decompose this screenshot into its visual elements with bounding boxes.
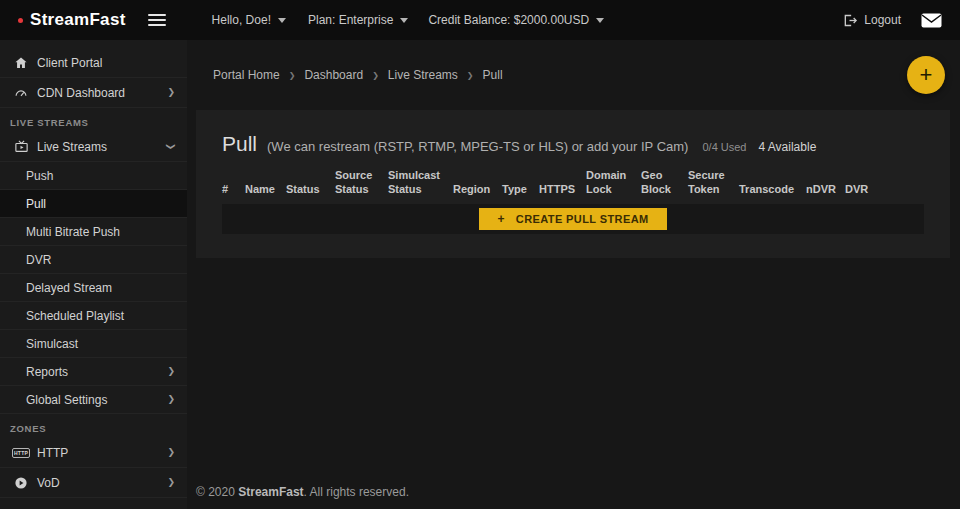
logo-text: StreamFast: [30, 10, 126, 30]
page-title: Pull: [222, 132, 257, 156]
chevron-right-icon: ❯: [167, 448, 175, 457]
sidebar-item-label: Global Settings: [26, 393, 107, 407]
chevron-right-icon: ❯: [167, 478, 175, 487]
col-ndvr: nDVR: [806, 183, 836, 197]
chevron-right-icon: ❯: [167, 395, 175, 404]
breadcrumb-current: Pull: [483, 68, 503, 82]
chevron-right-icon: ❯: [167, 88, 175, 97]
sidebar-item-label: CDN Dashboard: [37, 86, 125, 100]
sidebar-item-global-settings[interactable]: Global Settings ❯: [0, 386, 187, 414]
sidebar-item-label: Live Streams: [37, 140, 107, 154]
sidebar-item-client-portal[interactable]: Client Portal: [0, 48, 187, 78]
footer-brand: StreamFast: [238, 485, 303, 499]
sidebar-item-label: DVR: [26, 253, 51, 267]
sidebar-item-pull[interactable]: Pull: [0, 190, 187, 218]
chevron-down-icon: ❯: [167, 143, 176, 151]
sidebar-item-label: Client Portal: [37, 56, 102, 70]
play-circle-icon: [12, 476, 30, 490]
col-transcode: Transcode: [739, 183, 797, 197]
main-content: Portal Home ❯ Dashboard ❯ Live Streams ❯…: [187, 40, 960, 509]
pull-streams-card: Pull (We can restream (RSTP, RTMP, MPEG-…: [196, 110, 950, 258]
app-logo[interactable]: StreamFast: [18, 10, 126, 30]
breadcrumb-portal-home[interactable]: Portal Home: [213, 68, 280, 82]
chevron-right-icon: ❯: [167, 367, 175, 376]
col-geo-block: Geo Block: [641, 169, 679, 197]
page-subtitle: (We can restream (RSTP, RTMP, MPEG-TS or…: [267, 139, 688, 154]
sidebar-item-label: Reports: [26, 365, 68, 379]
chevron-right-icon: ❯: [467, 71, 474, 80]
usage-used: 0/4 Used: [702, 141, 746, 153]
sidebar-item-label: Delayed Stream: [26, 281, 112, 295]
col-source-status: Source Status: [335, 169, 379, 197]
breadcrumb: Portal Home ❯ Dashboard ❯ Live Streams ❯…: [213, 68, 503, 82]
caret-down-icon: [596, 18, 604, 23]
chevron-right-icon: ❯: [372, 71, 379, 80]
table-header-row: # Name Status Source Status Simulcast St…: [222, 169, 924, 197]
sidebar-item-label: HTTP: [37, 446, 68, 460]
menu-toggle-icon[interactable]: [148, 14, 166, 26]
logout-icon: [842, 13, 857, 28]
create-pull-stream-button[interactable]: + CREATE PULL STREAM: [479, 208, 666, 230]
sidebar-item-delayed-stream[interactable]: Delayed Stream: [0, 274, 187, 302]
credit-balance-label: Credit Balance: $2000.00USD: [428, 13, 589, 27]
chevron-right-icon: ❯: [289, 71, 296, 80]
sidebar-item-http[interactable]: HTTP HTTP ❯: [0, 438, 187, 468]
col-type: Type: [502, 183, 530, 197]
usage-available: 4 Available: [758, 140, 816, 154]
sidebar-item-simulcast[interactable]: Simulcast: [0, 330, 187, 358]
footer-copyright: © 2020 StreamFast. All rights reserved.: [196, 485, 409, 499]
breadcrumb-dashboard[interactable]: Dashboard: [304, 68, 363, 82]
mail-icon[interactable]: [921, 13, 942, 28]
logout-button[interactable]: Logout: [842, 13, 901, 28]
live-tv-icon: [12, 139, 30, 154]
add-stream-fab[interactable]: +: [907, 56, 945, 94]
col-number: #: [222, 183, 236, 197]
col-status: Status: [286, 183, 326, 197]
sidebar-item-scheduled-playlist[interactable]: Scheduled Playlist: [0, 302, 187, 330]
col-region: Region: [453, 183, 493, 197]
credit-balance-menu[interactable]: Credit Balance: $2000.00USD: [428, 13, 604, 27]
sidebar-item-push[interactable]: Push: [0, 162, 187, 190]
caret-down-icon: [400, 18, 408, 23]
col-simulcast-status: Simulcast Status: [388, 169, 444, 197]
breadcrumb-live-streams[interactable]: Live Streams: [388, 68, 458, 82]
sidebar-item-reports[interactable]: Reports ❯: [0, 358, 187, 386]
logout-label: Logout: [864, 13, 901, 27]
col-name: Name: [245, 183, 277, 197]
plan-menu[interactable]: Plan: Enterprise: [308, 13, 408, 27]
sidebar-item-label: Simulcast: [26, 337, 78, 351]
col-domain-lock: Domain Lock: [586, 169, 632, 197]
sidebar-section-transcoding: TRANSCODING: [0, 498, 187, 509]
sidebar-item-dvr[interactable]: DVR: [0, 246, 187, 274]
sidebar-section-zones: ZONES: [0, 414, 187, 438]
plus-icon: +: [497, 212, 504, 226]
sidebar-item-multi-bitrate-push[interactable]: Multi Bitrate Push: [0, 218, 187, 246]
plus-icon: +: [920, 62, 933, 88]
footer-suffix: . All rights reserved.: [304, 485, 409, 499]
col-dvr: DVR: [845, 183, 873, 197]
sidebar-section-live-streams: LIVE STREAMS: [0, 108, 187, 132]
sidebar-item-label: VoD: [37, 476, 60, 490]
empty-table-row: + CREATE PULL STREAM: [222, 204, 924, 234]
sidebar: Client Portal CDN Dashboard ❯ LIVE STREA…: [0, 40, 187, 509]
logo-dot-icon: [18, 18, 23, 23]
sidebar-item-label: Scheduled Playlist: [26, 309, 124, 323]
footer-prefix: © 2020: [196, 485, 238, 499]
home-icon: [12, 56, 30, 70]
speedometer-icon: [12, 86, 30, 100]
caret-down-icon: [278, 18, 286, 23]
plan-label: Plan: Enterprise: [308, 13, 393, 27]
user-greeting: Hello, Doe!: [212, 13, 271, 27]
col-https: HTTPS: [539, 183, 577, 197]
top-bar: StreamFast Hello, Doe! Plan: Enterprise …: [0, 0, 960, 40]
sidebar-item-live-streams[interactable]: Live Streams ❯: [0, 132, 187, 162]
sidebar-item-label: Multi Bitrate Push: [26, 225, 120, 239]
sidebar-item-vod[interactable]: VoD ❯: [0, 468, 187, 498]
sidebar-item-label: Pull: [26, 197, 46, 211]
http-icon: HTTP: [12, 448, 30, 458]
user-menu[interactable]: Hello, Doe!: [212, 13, 286, 27]
sidebar-item-cdn-dashboard[interactable]: CDN Dashboard ❯: [0, 78, 187, 108]
create-pull-stream-label: CREATE PULL STREAM: [516, 213, 649, 225]
sidebar-item-label: Push: [26, 169, 53, 183]
col-secure-token: Secure Token: [688, 169, 730, 197]
